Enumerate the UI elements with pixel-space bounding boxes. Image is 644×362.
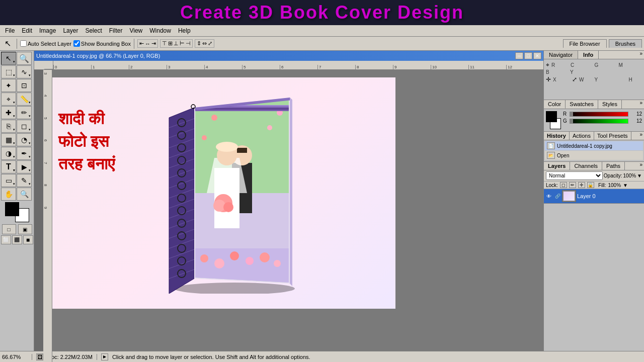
nav-info-tabs: Navigator Info » <box>544 51 644 59</box>
tool-row-11: ✋ 🔍 <box>1 188 33 201</box>
tab-color[interactable]: Color <box>544 100 566 109</box>
g-slider-track[interactable] <box>570 119 628 124</box>
menu-filter[interactable]: Filter <box>106 26 126 35</box>
brush-tool[interactable]: ✏▾ <box>17 106 32 119</box>
g-slider-row: G 12 <box>563 118 642 124</box>
gradient-tool[interactable]: ▦▾ <box>1 133 16 146</box>
layer-visibility-icon[interactable]: 👁 <box>545 192 553 200</box>
auto-select-input[interactable] <box>20 40 27 47</box>
menu-file[interactable]: File <box>2 26 18 35</box>
panel-expand-color[interactable]: » <box>638 100 644 109</box>
canvas-content[interactable]: 3456789 शादी की फोटो इस तरह बनाएं <box>43 70 543 362</box>
r-label: R <box>551 62 558 68</box>
ruler-mark-0: 0 <box>53 65 91 69</box>
lock-image-btn[interactable]: ✏ <box>569 182 576 188</box>
tool-row-2: ⬚▾ ∿▾ <box>1 65 33 78</box>
fill-arrow[interactable]: ▼ <box>623 183 628 188</box>
show-bounding-box-checkbox[interactable]: Show Bounding Box <box>73 40 131 47</box>
menu-select[interactable]: Select <box>82 26 105 35</box>
tab-navigator[interactable]: Navigator <box>544 51 578 59</box>
bounding-box-input[interactable] <box>73 40 80 47</box>
tab-history[interactable]: History <box>544 132 570 140</box>
opacity-arrow[interactable]: ▼ <box>637 173 642 178</box>
blend-mode-select[interactable]: Normal <box>546 171 603 180</box>
minimize-button[interactable]: ─ <box>515 52 523 59</box>
menu-edit[interactable]: Edit <box>19 26 35 35</box>
foreground-color[interactable] <box>5 202 19 216</box>
svg-point-54 <box>230 251 239 260</box>
lasso-tool[interactable]: ∿▾ <box>17 65 32 78</box>
panel-expand-layers[interactable]: » <box>638 162 644 170</box>
history-item-0[interactable]: 📄 Untitleddareal-1 copy.jpg <box>545 141 643 150</box>
file-browser-tab[interactable]: File Browser <box>563 39 607 48</box>
canvas-body[interactable]: 0 1 2 3 4 5 6 7 8 9 10 11 12 13 <box>34 61 543 362</box>
zoom-tool-2[interactable]: 🔍 <box>17 52 32 65</box>
menu-view[interactable]: View <box>126 26 145 35</box>
tab-paths[interactable]: Paths <box>602 162 625 170</box>
ruler-mark-7: 7 <box>317 65 355 69</box>
menu-window[interactable]: Window <box>146 26 174 35</box>
hand-tool[interactable]: ✋ <box>1 188 16 201</box>
layer-name: Layer 0 <box>577 193 643 199</box>
lock-position-btn[interactable]: ✛ <box>578 182 585 188</box>
maximize-button[interactable]: □ <box>524 52 532 59</box>
screen-mode-3[interactable]: ◼ <box>23 235 33 244</box>
crop-tool[interactable]: ⊡ <box>17 79 32 92</box>
r-slider-track[interactable] <box>570 112 628 117</box>
tool-row-9: T▾ ▶▾ <box>1 160 33 173</box>
svg-point-55 <box>246 257 254 265</box>
lock-all-btn[interactable]: 🔒 <box>587 182 594 188</box>
dodge-tool[interactable]: ◑▾ <box>1 147 16 160</box>
brushes-tab[interactable]: Brushes <box>609 39 642 48</box>
path-sel-tool[interactable]: ▶▾ <box>17 160 32 173</box>
tab-styles[interactable]: Styles <box>598 100 622 109</box>
tab-actions[interactable]: Actions <box>570 132 594 140</box>
book-cover-image <box>149 93 325 299</box>
panel-expand-history[interactable]: » <box>638 132 644 140</box>
play-button[interactable]: ▶ <box>101 353 108 360</box>
tab-swatches[interactable]: Swatches <box>566 100 598 109</box>
status-bar: 66.67% 🖼 Doc: 2.22M/2.03M ▶ Click and dr… <box>0 351 644 362</box>
eraser-tool[interactable]: ◻▾ <box>17 120 32 133</box>
notes-tool[interactable]: ✎▾ <box>17 174 32 187</box>
tab-channels[interactable]: Channels <box>570 162 602 170</box>
opacity-control: Opacity: 100% ▼ <box>604 173 642 178</box>
menu-image[interactable]: Image <box>36 26 59 35</box>
measure-tool[interactable]: 📏▾ <box>17 93 32 106</box>
eyedropper-tool[interactable]: ⌖▾ <box>1 93 16 106</box>
clone-tool[interactable]: ⎘▾ <box>1 120 16 133</box>
layer-0[interactable]: 👁 🔗 Layer 0 <box>544 189 644 204</box>
svg-point-36 <box>211 115 217 121</box>
heal-tool[interactable]: ✚▾ <box>1 106 16 119</box>
auto-select-checkbox[interactable]: Auto Select Layer <box>20 40 71 47</box>
info-y2h-row: Y H <box>595 76 642 83</box>
tab-tool-presets[interactable]: Tool Presets <box>594 132 631 140</box>
history-item-1[interactable]: 📂 Open <box>545 151 643 160</box>
panel-expand-nav[interactable]: » <box>638 51 644 59</box>
marquee-tool[interactable]: ⬚▾ <box>1 65 16 78</box>
tab-info[interactable]: Info <box>578 51 599 59</box>
lock-transparent-btn[interactable]: ◻ <box>560 182 567 188</box>
screen-mode-1[interactable]: ⬜ <box>1 235 11 244</box>
magic-wand-tool[interactable]: ✦ <box>1 79 16 92</box>
crosshair-icon: ✛ <box>546 76 551 83</box>
pen-tool[interactable]: ✒▾ <box>17 147 32 160</box>
screen-mode-2[interactable]: ⬛ <box>12 235 22 244</box>
ruler-mark-1: 1 <box>91 65 129 69</box>
zoom-tool[interactable]: 🔍 <box>17 188 32 201</box>
close-button[interactable]: ✕ <box>533 52 541 59</box>
opacity-label: Opacity: <box>604 173 622 178</box>
menu-help[interactable]: Help <box>175 26 194 35</box>
move-tool[interactable]: ↖▾ <box>1 52 16 65</box>
r-slider-row: R 12 <box>563 111 642 117</box>
type-tool[interactable]: T▾ <box>1 160 16 173</box>
tab-layers[interactable]: Layers <box>544 162 570 170</box>
menu-layer[interactable]: Layer <box>60 26 81 35</box>
transform-controls: ⇤ ↔ ⇥ <box>137 39 158 48</box>
blur-tool[interactable]: ◔▾ <box>17 133 32 146</box>
quick-mask-mode[interactable]: ▣ <box>18 224 32 234</box>
color-fg-swatch[interactable] <box>546 111 557 122</box>
shape-tool[interactable]: ▭▾ <box>1 174 16 187</box>
standard-mode[interactable]: □ <box>2 224 16 234</box>
zoom-level: 66.67% <box>2 354 32 360</box>
